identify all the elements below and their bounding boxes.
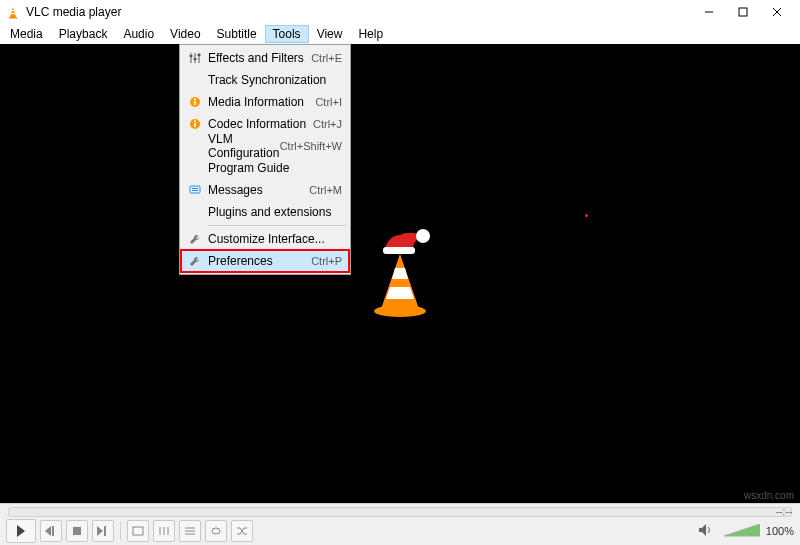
titlebar: VLC media player [0,0,800,24]
menu-media[interactable]: Media [2,25,51,43]
volume-percent: 100% [766,525,794,537]
info-icon [186,118,204,130]
svg-marker-10 [381,254,419,309]
bottom-bar: --:-- --:-- 100% [0,503,800,545]
playlist-button[interactable] [179,520,201,542]
svg-rect-35 [133,527,143,535]
vlc-cone-logo [365,229,435,319]
svg-marker-12 [386,287,414,299]
svg-point-13 [374,305,426,317]
svg-marker-29 [17,525,25,537]
shuffle-button[interactable] [231,520,253,542]
svg-rect-1 [9,17,17,19]
extended-settings-button[interactable] [153,520,175,542]
next-button[interactable] [92,520,114,542]
window-title: VLC media player [26,5,692,19]
menu-tools[interactable]: Tools [265,25,309,43]
menu-item-label: Codec Information [204,117,313,131]
tools-dropdown: Effects and Filters Ctrl+E Track Synchro… [179,44,351,275]
menu-item-label: VLM Configuration [204,132,280,160]
menu-separator [208,225,346,226]
menu-item-shortcut: Ctrl+J [313,118,344,130]
menu-item-shortcut: Ctrl+P [311,255,344,267]
svg-marker-33 [97,526,103,536]
menu-vlm-config[interactable]: VLM Configuration Ctrl+Shift+W [182,135,348,157]
play-button[interactable] [6,519,36,543]
menu-preferences[interactable]: Preferences Ctrl+P [182,250,348,272]
maximize-button[interactable] [726,1,760,23]
svg-rect-9 [383,247,415,254]
app-icon [6,5,20,19]
menu-effects-filters[interactable]: Effects and Filters Ctrl+E [182,47,348,69]
loop-button[interactable] [205,520,227,542]
messages-icon [186,184,204,196]
svg-point-8 [416,229,430,243]
menu-item-shortcut: Ctrl+M [309,184,344,196]
menu-item-label: Track Synchronization [204,73,342,87]
menu-customize-interface[interactable]: Customize Interface... [182,228,348,250]
svg-rect-21 [194,101,196,105]
wrench-icon [186,233,204,245]
volume-slider[interactable] [724,524,760,538]
menu-track-sync[interactable]: Track Synchronization [182,69,348,91]
svg-rect-2 [11,10,15,11]
menu-video[interactable]: Video [162,25,208,43]
menu-view[interactable]: View [309,25,351,43]
menu-subtitle[interactable]: Subtitle [209,25,265,43]
watermark: wsxdn.com [744,490,794,501]
svg-rect-26 [190,186,200,193]
svg-marker-30 [45,526,51,536]
menubar: Media Playback Audio Video Subtitle Tool… [0,24,800,44]
svg-rect-19 [198,54,201,56]
minimize-button[interactable] [692,1,726,23]
svg-rect-3 [11,13,16,14]
svg-rect-31 [52,526,54,536]
svg-point-22 [194,98,196,100]
wrench-icon [186,255,204,267]
svg-rect-24 [194,123,196,127]
menu-item-label: Preferences [204,254,311,268]
menu-playback[interactable]: Playback [51,25,116,43]
svg-rect-17 [190,55,193,57]
svg-marker-0 [10,7,16,17]
menu-item-label: Plugins and extensions [204,205,342,219]
menu-messages[interactable]: Messages Ctrl+M [182,179,348,201]
menu-plugins[interactable]: Plugins and extensions [182,201,348,223]
menu-item-label: Customize Interface... [204,232,342,246]
pointer-dot [585,214,588,217]
volume-icon[interactable] [698,523,716,539]
window-buttons [692,1,794,23]
svg-rect-32 [73,527,81,535]
menu-program-guide[interactable]: Program Guide [182,157,348,179]
menu-item-shortcut: Ctrl+E [311,52,344,64]
menu-media-info[interactable]: Media Information Ctrl+I [182,91,348,113]
equalizer-icon [186,52,204,64]
controls-row: 100% [0,517,800,545]
stop-button[interactable] [66,520,88,542]
svg-marker-11 [392,268,408,279]
info-icon [186,96,204,108]
menu-item-label: Media Information [204,95,315,109]
menu-item-label: Effects and Filters [204,51,311,65]
svg-point-25 [194,120,196,122]
menu-item-label: Messages [204,183,309,197]
seek-bar[interactable] [8,507,792,517]
svg-marker-42 [699,524,706,536]
time-total: --:-- [776,506,792,517]
svg-rect-5 [739,8,747,16]
menu-help[interactable]: Help [350,25,391,43]
prev-button[interactable] [40,520,62,542]
svg-rect-18 [194,58,197,60]
menu-item-shortcut: Ctrl+I [315,96,344,108]
close-button[interactable] [760,1,794,23]
control-separator [120,522,121,540]
menu-item-shortcut: Ctrl+Shift+W [280,140,344,152]
fullscreen-button[interactable] [127,520,149,542]
menu-item-label: Program Guide [204,161,342,175]
svg-rect-34 [104,526,106,536]
video-area[interactable] [0,44,800,503]
menu-audio[interactable]: Audio [115,25,162,43]
